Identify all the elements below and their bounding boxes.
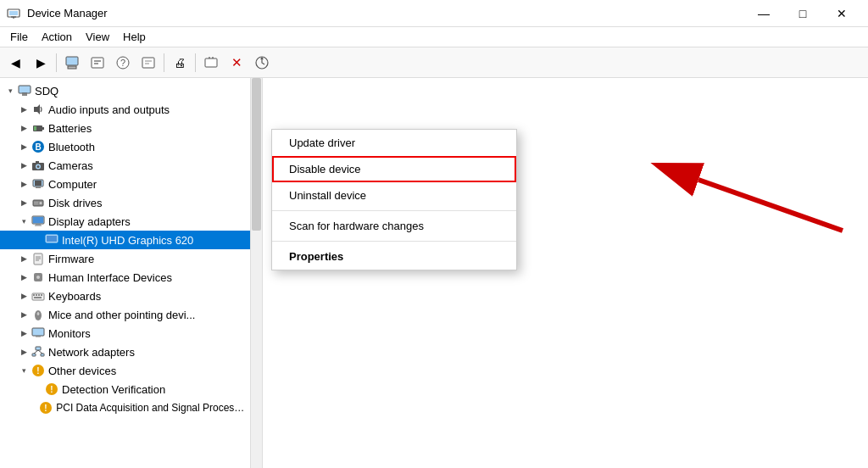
maximize-button[interactable]: □ (783, 0, 822, 27)
scan-changes-button[interactable] (250, 51, 274, 75)
menu-view[interactable]: View (79, 29, 116, 45)
svg-rect-14 (205, 58, 217, 67)
properties-button[interactable] (60, 51, 84, 75)
ctx-properties[interactable]: Properties (272, 243, 516, 270)
tree-item-disk[interactable]: ▶ Disk drives (0, 193, 262, 212)
tree-item-audio[interactable]: ▶ Audio inputs and outputs (0, 100, 262, 119)
toggle-firmware[interactable]: ▶ (17, 249, 31, 268)
update-driver-button[interactable] (86, 51, 109, 75)
batteries-label: Batteries (48, 122, 92, 135)
tree-item-other[interactable]: ▾ ! Other devices (0, 361, 262, 380)
ctx-update-driver[interactable]: Update driver (272, 130, 516, 156)
menu-help[interactable]: Help (116, 29, 153, 45)
hid-label: Human Interface Devices (48, 271, 172, 284)
toolbar: ◀ ▶ ? 🖨 ✕ (0, 47, 868, 78)
forward-button[interactable]: ▶ (29, 51, 53, 75)
svg-rect-55 (38, 294, 40, 296)
tree-item-root[interactable]: ▾ SDQ (0, 81, 262, 100)
svg-rect-41 (33, 217, 43, 223)
toggle-audio[interactable]: ▶ (17, 100, 31, 119)
ctx-scan-hardware[interactable]: Scan for hardware changes (272, 213, 516, 239)
show-hidden-button[interactable] (136, 51, 160, 75)
svg-rect-43 (35, 226, 42, 226)
toggle-hid[interactable]: ▶ (17, 268, 31, 287)
icon-network (31, 344, 46, 359)
tree-item-bluetooth[interactable]: ▶ B Bluetooth (0, 137, 262, 156)
toggle-cameras[interactable]: ▶ (17, 156, 31, 175)
icon-audio (31, 102, 46, 117)
icon-firmware (31, 251, 46, 266)
tree-item-detection[interactable]: ▶ ! Detection Verification (0, 380, 262, 398)
toggle-computer[interactable]: ▶ (17, 175, 31, 193)
print-button[interactable]: 🖨 (168, 51, 192, 75)
toggle-monitors[interactable]: ▶ (17, 324, 31, 343)
svg-rect-22 (22, 94, 27, 96)
firmware-label: Firmware (48, 253, 94, 265)
svg-rect-56 (41, 294, 42, 296)
pci-label: PCI Data Acquisition and Signal Processi… (56, 402, 248, 414)
tree-item-keyboards[interactable]: ▶ Keyboards (0, 287, 262, 305)
tree-scroll[interactable]: ▾ SDQ ▶ Audio inputs and outputs ▶ (0, 78, 262, 468)
toggle-disk[interactable]: ▶ (17, 193, 31, 212)
svg-rect-34 (35, 181, 42, 186)
computer-label: Computer (48, 178, 97, 191)
ctx-uninstall-device[interactable]: Uninstall device (272, 182, 516, 209)
tree-item-intel-uhd[interactable]: Intel(R) UHD Graphics 620 (0, 231, 262, 249)
svg-rect-1 (9, 11, 18, 15)
svg-rect-53 (33, 294, 35, 296)
app-icon (7, 7, 20, 20)
svg-point-60 (37, 313, 40, 315)
svg-rect-11 (142, 58, 154, 68)
back-button[interactable]: ◀ (3, 51, 27, 75)
keyboards-label: Keyboards (48, 290, 101, 303)
remove-device-button[interactable] (199, 51, 223, 75)
close-button[interactable]: ✕ (822, 0, 861, 27)
other-label: Other devices (48, 365, 116, 377)
delete-button[interactable]: ✕ (225, 51, 248, 75)
menu-action[interactable]: Action (35, 29, 79, 45)
svg-rect-20 (19, 86, 31, 93)
tree-item-computer[interactable]: ▶ Computer (0, 175, 262, 193)
svg-text:!: ! (36, 366, 39, 376)
toggle-network[interactable]: ▶ (17, 343, 31, 361)
scrollbar[interactable] (250, 78, 262, 468)
tree-item-monitors[interactable]: ▶ Monitors (0, 324, 262, 343)
svg-text:B: B (35, 142, 41, 152)
ctx-sep-1 (272, 210, 516, 211)
toggle-other[interactable]: ▾ (17, 361, 31, 380)
toggle-batteries[interactable]: ▶ (17, 119, 31, 137)
icon-keyboards (31, 288, 46, 304)
title-bar-controls: — □ ✕ (744, 0, 861, 27)
tree-item-display[interactable]: ▾ Display adapters (0, 212, 262, 231)
svg-point-31 (37, 165, 40, 168)
toolbar-sep-3 (195, 53, 196, 72)
minimize-button[interactable]: — (744, 0, 783, 27)
mice-label: Mice and other pointing devi... (48, 309, 195, 321)
svg-point-51 (36, 276, 40, 279)
svg-marker-23 (34, 104, 40, 114)
scrollbar-thumb[interactable] (252, 78, 261, 231)
toggle-keyboards[interactable]: ▶ (17, 287, 31, 305)
svg-text:!: ! (50, 385, 53, 394)
tree-item-hid[interactable]: ▶ Human Interface Devices (0, 268, 262, 287)
help-button[interactable]: ? (111, 51, 135, 75)
window-title: Device Manager (27, 7, 108, 20)
tree-item-pci[interactable]: ▶ ! PCI Data Acquisition and Signal Proc… (0, 398, 262, 417)
toggle-bluetooth[interactable]: ▶ (17, 137, 31, 156)
menu-file[interactable]: File (3, 29, 35, 45)
tree-item-cameras[interactable]: ▶ Cameras (0, 156, 262, 175)
tree-item-firmware[interactable]: ▶ Firmware (0, 249, 262, 268)
ctx-disable-device[interactable]: Disable device (272, 156, 516, 182)
toggle-mice[interactable]: ▶ (17, 305, 31, 324)
icon-cameras (31, 158, 46, 173)
svg-rect-54 (36, 294, 37, 296)
intel-label: Intel(R) UHD Graphics 620 (62, 234, 193, 247)
toggle-root[interactable]: ▾ (3, 81, 17, 100)
toggle-display[interactable]: ▾ (17, 212, 31, 231)
tree-item-batteries[interactable]: ▶ Batteries (0, 119, 262, 137)
icon-other: ! (31, 363, 46, 378)
icon-display (31, 214, 46, 229)
tree-item-mice[interactable]: ▶ Mice and other pointing devi... (0, 305, 262, 324)
red-arrow-overlay (631, 146, 851, 250)
tree-item-network[interactable]: ▶ Network adapters (0, 343, 262, 361)
